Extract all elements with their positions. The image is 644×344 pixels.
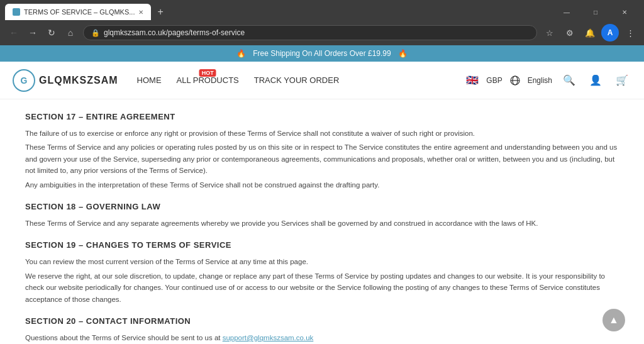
home-nav-button[interactable]: ⌂ bbox=[62, 24, 79, 42]
active-tab[interactable]: TERMS OF SERVICE – GLQMKS... ✕ bbox=[5, 4, 151, 20]
announcement-icon-right: 🔥 bbox=[398, 49, 408, 58]
logo-icon: G bbox=[13, 69, 35, 92]
menu-icon[interactable]: ⋮ bbox=[621, 24, 639, 42]
globe-icon bbox=[510, 75, 520, 86]
forward-button[interactable]: → bbox=[24, 24, 42, 42]
address-bar: ← → ↻ ⌂ 🔒 glqmkszsam.co.uk/pages/terms-o… bbox=[0, 20, 644, 45]
announcement-text: Free Shipping On All Orders Over £19.99 bbox=[253, 49, 391, 58]
svg-text:G: G bbox=[21, 75, 28, 86]
tab-title: TERMS OF SERVICE – GLQMKS... bbox=[24, 8, 135, 16]
header-right: 🇬🇧 GBP English 🔍 👤 🛒 bbox=[466, 71, 631, 90]
back-to-top-button[interactable]: ▲ bbox=[602, 309, 625, 331]
tab-favicon bbox=[13, 8, 20, 16]
currency-selector[interactable]: GBP bbox=[486, 76, 502, 85]
nav-home[interactable]: HOME bbox=[137, 75, 162, 85]
section-18-p1: These Terms of Service and any separate … bbox=[25, 218, 619, 229]
section-17-title: SECTION 17 – ENTIRE AGREEMENT bbox=[25, 112, 619, 121]
extensions-icon[interactable]: ⚙ bbox=[561, 24, 579, 42]
language-selector[interactable]: English bbox=[528, 76, 552, 85]
currency-label: GBP bbox=[486, 76, 502, 85]
cart-button[interactable]: 🛒 bbox=[613, 71, 631, 90]
hot-badge: HOT bbox=[199, 69, 216, 77]
browser-chrome: TERMS OF SERVICE – GLQMKS... ✕ + — □ ✕ ←… bbox=[0, 0, 644, 45]
section-18-title: SECTION 18 – GOVERNING LAW bbox=[25, 202, 619, 211]
account-button[interactable]: 👤 bbox=[586, 71, 605, 90]
section-20-title: SECTION 20 – CONTACT INFORMATION bbox=[25, 316, 619, 326]
url-text: glqmkszsam.co.uk/pages/terms-of-service bbox=[104, 28, 245, 37]
back-button[interactable]: ← bbox=[5, 24, 23, 42]
section-20: SECTION 20 – CONTACT INFORMATION Questio… bbox=[25, 316, 619, 344]
main-nav: HOME HOT ALL PRODUCTS TRACK YOUR ORDER bbox=[137, 75, 340, 85]
section-18: SECTION 18 – GOVERNING LAW These Terms o… bbox=[25, 202, 619, 229]
logo-text: GLQMKSZSAM bbox=[39, 75, 118, 86]
profile-icon[interactable]: A bbox=[601, 24, 619, 42]
content-area[interactable]: SECTION 17 – ENTIRE AGREEMENT The failur… bbox=[0, 99, 644, 344]
notifications-icon[interactable]: 🔔 bbox=[581, 24, 599, 42]
logo-link[interactable]: G GLQMKSZSAM bbox=[13, 69, 118, 92]
section-20-body: Questions about the Terms of Service sho… bbox=[25, 332, 619, 343]
flag-icon: 🇬🇧 bbox=[466, 74, 479, 86]
section-19-p1: You can review the most current version … bbox=[25, 256, 619, 267]
section-19-body: You can review the most current version … bbox=[25, 256, 619, 305]
section-17: SECTION 17 – ENTIRE AGREEMENT The failur… bbox=[25, 112, 619, 191]
bookmark-icon[interactable]: ☆ bbox=[541, 24, 558, 42]
announcement-icon-left: 🔥 bbox=[236, 49, 246, 58]
contact-email-link[interactable]: support@glqmkszsam.co.uk bbox=[223, 334, 314, 341]
language-label: English bbox=[528, 76, 552, 85]
nav-all-products-wrapper: HOT ALL PRODUCTS bbox=[177, 75, 239, 85]
section-17-p3: Any ambiguities in the interpretation of… bbox=[25, 179, 619, 191]
section-19-p2: We reserve the right, at our sole discre… bbox=[25, 270, 619, 305]
lock-icon: 🔒 bbox=[91, 29, 100, 37]
nav-all-products[interactable]: ALL PRODUCTS bbox=[177, 75, 239, 85]
new-tab-button[interactable]: + bbox=[153, 5, 167, 19]
nav-track-order[interactable]: TRACK YOUR ORDER bbox=[254, 75, 340, 85]
announcement-bar: 🔥 Free Shipping On All Orders Over £19.9… bbox=[0, 45, 644, 62]
section-19: SECTION 19 – CHANGES TO TERMS OF SERVICE… bbox=[25, 240, 619, 305]
minimize-button[interactable]: — bbox=[552, 2, 581, 22]
section-17-p2: These Terms of Service and any policies … bbox=[25, 141, 619, 176]
section-17-body: The failure of us to exercise or enforce… bbox=[25, 128, 619, 191]
section-20-p1: Questions about the Terms of Service sho… bbox=[25, 332, 619, 343]
section-18-body: These Terms of Service and any separate … bbox=[25, 218, 619, 229]
reload-button[interactable]: ↻ bbox=[43, 24, 60, 42]
section-17-p1: The failure of us to exercise or enforce… bbox=[25, 128, 619, 139]
close-button[interactable]: ✕ bbox=[610, 2, 639, 22]
maximize-button[interactable]: □ bbox=[581, 2, 610, 22]
section-19-title: SECTION 19 – CHANGES TO TERMS OF SERVICE bbox=[25, 240, 619, 250]
search-button[interactable]: 🔍 bbox=[560, 71, 579, 90]
browser-icons: ☆ ⚙ 🔔 A ⋮ bbox=[541, 24, 639, 42]
site-header: G GLQMKSZSAM HOME HOT ALL PRODUCTS TRACK… bbox=[0, 62, 644, 99]
url-bar[interactable]: 🔒 glqmkszsam.co.uk/pages/terms-of-servic… bbox=[83, 25, 537, 40]
tab-close-button[interactable]: ✕ bbox=[138, 9, 143, 16]
window-controls: — □ ✕ bbox=[552, 2, 639, 22]
